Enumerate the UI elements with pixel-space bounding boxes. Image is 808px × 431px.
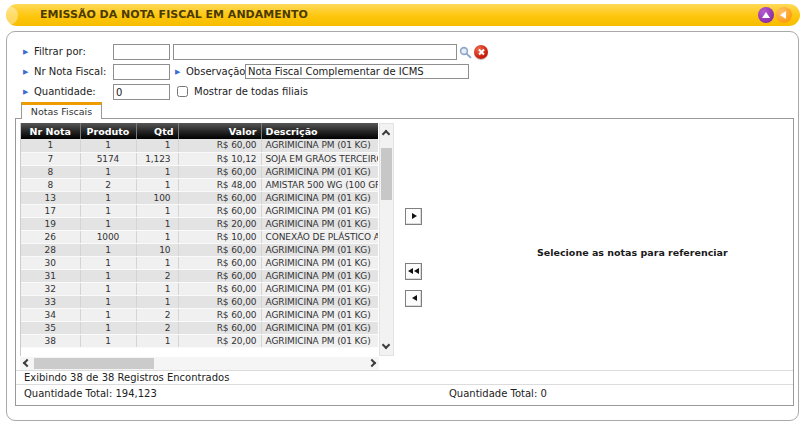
back-button[interactable] — [776, 7, 792, 23]
vertical-scroll-thumb[interactable] — [381, 148, 392, 200]
table-cell: 1 — [136, 256, 178, 269]
horizontal-scroll-thumb[interactable] — [34, 358, 154, 369]
table-cell: 33 — [21, 295, 80, 308]
table-row[interactable]: 821R$ 48,00AMISTAR 500 WG (100 GR) — [21, 178, 378, 191]
table-row[interactable]: 2610001R$ 10,00CONEXÃO DE PLÁSTICO A T-T — [21, 230, 378, 243]
table-cell: AGRIMICINA PM (01 KG) — [261, 243, 378, 256]
horizontal-scrollbar[interactable] — [20, 357, 379, 370]
table-cell: R$ 20,00 — [178, 334, 261, 347]
collapse-up-button[interactable] — [758, 7, 774, 23]
table-row[interactable]: 751741,123R$ 10,12SOJA EM GRÃOS TERCEIRO… — [21, 152, 378, 165]
table-cell: SOJA EM GRÃOS TERCEIROS — [261, 152, 378, 165]
table-row[interactable]: 3112R$ 60,00AGRIMICINA PM (01 KG) — [21, 269, 378, 282]
table-cell: 1 — [80, 165, 136, 178]
column-header[interactable]: Valor — [178, 123, 261, 139]
table-cell: AGRIMICINA PM (01 KG) — [261, 334, 378, 347]
quantidade-input[interactable] — [113, 84, 170, 100]
move-all-left-button[interactable] — [405, 263, 422, 280]
table-cell: 1 — [136, 178, 178, 191]
table-cell: 1 — [80, 243, 136, 256]
table-cell: 2 — [80, 178, 136, 191]
table-cell: 2 — [136, 269, 178, 282]
divider — [16, 384, 793, 385]
table-cell: 13 — [21, 191, 80, 204]
column-header[interactable]: Qtd — [136, 123, 178, 139]
table-cell: R$ 60,00 — [178, 269, 261, 282]
table-cell: 35 — [21, 321, 80, 334]
quantidade-label: Quantidade: — [34, 84, 96, 100]
table-row[interactable]: 811R$ 60,00AGRIMICINA PM (01 KG) — [21, 165, 378, 178]
table-cell: 1 — [80, 295, 136, 308]
column-header[interactable]: Produto — [80, 123, 136, 139]
filtrar-por-text-input[interactable] — [173, 44, 457, 60]
table-cell: R$ 10,00 — [178, 230, 261, 243]
table-cell: 10 — [136, 243, 178, 256]
scroll-down-icon[interactable] — [382, 341, 390, 349]
table-cell: 1 — [80, 204, 136, 217]
table-row[interactable]: 131100R$ 60,00AGRIMICINA PM (01 KG) — [21, 191, 378, 204]
table-cell: AGRIMICINA PM (01 KG) — [261, 204, 378, 217]
table-row[interactable]: 3811R$ 20,00AGRIMICINA PM (01 KG) — [21, 334, 378, 347]
table-cell: AMISTAR 500 WG (100 GR) — [261, 178, 378, 191]
table-cell: 100 — [136, 191, 178, 204]
table-cell: AGRIMICINA PM (01 KG) — [261, 165, 378, 178]
table-cell: 2 — [136, 321, 178, 334]
table-cell: R$ 60,00 — [178, 139, 261, 152]
observacao-input[interactable] — [245, 64, 469, 79]
move-selected-right-button[interactable] — [405, 208, 422, 225]
table-cell: 2 — [136, 308, 178, 321]
table-cell: R$ 60,00 — [178, 165, 261, 178]
table-row[interactable]: 3211R$ 60,00AGRIMICINA PM (01 KG) — [21, 282, 378, 295]
scroll-up-icon[interactable] — [382, 130, 390, 138]
divider — [16, 370, 793, 371]
nr-nota-fiscal-input[interactable] — [113, 64, 170, 80]
table-cell: 30 — [21, 256, 80, 269]
table-cell: 7 — [21, 152, 80, 165]
table-cell: 1 — [80, 217, 136, 230]
table-cell: 1 — [136, 217, 178, 230]
column-header[interactable]: Descrição — [261, 123, 378, 139]
table-cell: 1 — [80, 191, 136, 204]
table-row[interactable]: 28110R$ 60,00AGRIMICINA PM (01 KG) — [21, 243, 378, 256]
vertical-scrollbar[interactable] — [379, 123, 394, 356]
table-cell: AGRIMICINA PM (01 KG) — [261, 139, 378, 152]
table-cell: 26 — [21, 230, 80, 243]
scroll-right-icon[interactable] — [368, 359, 376, 367]
table-cell: 19 — [21, 217, 80, 230]
column-header[interactable]: Nr Nota — [21, 123, 80, 139]
table-row[interactable]: 3011R$ 60,00AGRIMICINA PM (01 KG) — [21, 256, 378, 269]
bullet-icon: ▶ — [175, 64, 180, 80]
bullet-icon: ▶ — [23, 84, 28, 100]
table-row[interactable]: 1911R$ 20,00AGRIMICINA PM (01 KG) — [21, 217, 378, 230]
table-cell: 1 — [80, 282, 136, 295]
table-cell: AGRIMICINA PM (01 KG) — [261, 256, 378, 269]
table-cell: AGRIMICINA PM (01 KG) — [261, 269, 378, 282]
table-row[interactable]: 3512R$ 60,00AGRIMICINA PM (01 KG) — [21, 321, 378, 334]
table-cell: R$ 60,00 — [178, 282, 261, 295]
table-cell: R$ 60,00 — [178, 308, 261, 321]
table-cell: R$ 60,00 — [178, 191, 261, 204]
notas-table-header: Nr NotaProdutoQtdValorDescrição — [21, 123, 378, 139]
scroll-left-icon[interactable] — [23, 359, 31, 367]
notas-panel: Nr NotaProdutoQtdValorDescrição 111R$ 60… — [15, 118, 794, 406]
filtrar-por-label: Filtrar por: — [34, 44, 86, 60]
quantity-total-right: Quantidade Total: 0 — [449, 387, 547, 401]
table-row[interactable]: 111R$ 60,00AGRIMICINA PM (01 KG) — [21, 139, 378, 152]
table-row[interactable]: 1711R$ 60,00AGRIMICINA PM (01 KG) — [21, 204, 378, 217]
tab-notas-fiscais[interactable]: Notas Fiscais — [21, 102, 102, 119]
search-icon[interactable] — [459, 46, 472, 59]
bullet-icon: ▶ — [23, 64, 28, 80]
table-row[interactable]: 3412R$ 60,00AGRIMICINA PM (01 KG) — [21, 308, 378, 321]
table-cell: 1 — [80, 308, 136, 321]
mostrar-todas-filiais-checkbox[interactable] — [177, 86, 188, 97]
filtrar-por-code-input[interactable] — [113, 44, 170, 60]
table-cell: AGRIMICINA PM (01 KG) — [261, 295, 378, 308]
clear-icon[interactable] — [474, 45, 488, 59]
move-selected-left-button[interactable] — [405, 290, 422, 307]
window-titlebar: EMISSÃO DA NOTA FISCAL EM ANDAMENTO — [6, 4, 800, 26]
double-arrow-left-icon — [408, 268, 413, 274]
arrow-right-icon — [412, 213, 417, 219]
table-row[interactable]: 3311R$ 60,00AGRIMICINA PM (01 KG) — [21, 295, 378, 308]
table-cell: 1 — [136, 204, 178, 217]
table-cell: 1 — [80, 321, 136, 334]
